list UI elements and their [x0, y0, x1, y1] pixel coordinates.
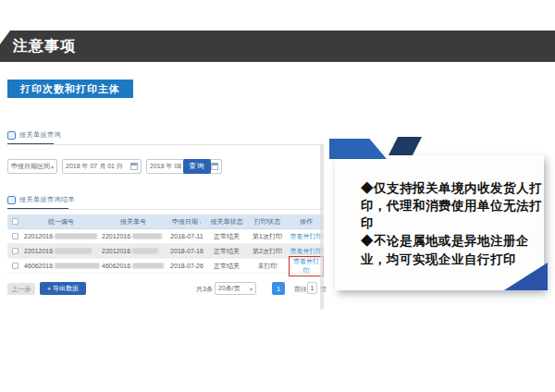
declaration-no: 46062016 [102, 263, 130, 269]
declaration-status: 正常结关 [207, 232, 246, 241]
declare-date: 2018-07-16 [166, 248, 207, 254]
unified-no: 46062016 [24, 263, 53, 269]
calendar-icon[interactable] [211, 163, 218, 170]
callout-bullet-2: ◆不论是属地或是异地注册企业，均可实现企业自行打印 [361, 232, 542, 267]
page-title: 注意事项 [13, 31, 76, 62]
print-status: 第2次打印 [246, 247, 289, 256]
redacted-text [55, 248, 92, 254]
select-all-checkbox[interactable] [12, 218, 18, 225]
title-bar-notch [0, 31, 10, 44]
print-status: 未打印 [246, 262, 289, 271]
declaration-no: 22012016 [102, 233, 130, 239]
view-print-link[interactable]: 查看并打印 [290, 233, 323, 239]
query-section-rule [7, 144, 324, 145]
page-size-select[interactable]: 20条/页 ▾ [215, 282, 256, 295]
export-data-label: 导出数据 [53, 284, 79, 293]
callout-bullet-1: ◆仅支持报关单境内收发货人打印，代理和消费使用单位无法打印 [361, 179, 542, 232]
redacted-text [55, 263, 100, 269]
decorative-divider [320, 143, 324, 310]
view-print-link[interactable]: 查看并打印 [293, 258, 319, 274]
page-size-value: 20条/页 [218, 284, 240, 293]
title-bar: 注意事项 [0, 31, 555, 62]
goto-label: 前往 [294, 285, 307, 294]
slide: 注意事项 打印次数和打印主体 报关单据查询 申报日期区间 ▾ 2018 年 07… [0, 0, 555, 392]
total-count: 共3条 [196, 285, 213, 294]
date-range-type-select[interactable]: 申报日期区间 ▾ [7, 159, 57, 174]
col-header-actions: 操作 [289, 217, 324, 227]
calendar-icon[interactable] [130, 163, 138, 170]
table-row: 22012016 22012016 2018-07-11 正常结关 第1次打印 … [7, 229, 324, 244]
declare-date: 2018-07-26 [166, 263, 207, 269]
redacted-text [132, 233, 162, 239]
date-range-type-value: 申报日期区间 [11, 162, 50, 171]
row-checkbox[interactable] [12, 233, 18, 239]
redacted-text [132, 263, 164, 269]
sort-desc-icon[interactable]: ↓ [199, 219, 202, 225]
declare-date: 2018-07-11 [166, 233, 207, 239]
decorative-parallelogram-blue [329, 139, 387, 159]
declaration-status: 正常结关 [207, 247, 246, 256]
col-header-declare-date[interactable]: 申报日期↓ [166, 217, 207, 227]
col-header-print-status[interactable]: 打印状态 [246, 217, 289, 227]
view-print-link[interactable]: 查看并打印 [290, 248, 323, 254]
redacted-text [55, 233, 97, 239]
highlight-box: 查看并打印 [289, 256, 324, 276]
table-row: 22012016 22012016 2018-07-16 正常结关 第2次打印 … [7, 244, 324, 259]
search-button[interactable]: 查询 [183, 159, 211, 174]
page-number-current[interactable]: 1 [272, 282, 285, 295]
date-from-value: 2018 年 07 月 01 日 [66, 162, 123, 171]
declaration-status: 正常结关 [207, 262, 246, 271]
chevron-down-icon: ▾ [250, 286, 253, 292]
query-section-header: 报关单据查询 [7, 130, 61, 140]
unified-no: 22012016 [24, 248, 53, 254]
chevron-down-icon: ▾ [51, 164, 54, 170]
results-table: 统一编号 报关单号 申报日期↓ 报关单状态 打印状态 操作 22012016 2… [7, 214, 324, 274]
result-section-rule [7, 209, 324, 210]
print-status: 第1次打印 [246, 232, 289, 241]
col-header-unified-no[interactable]: 统一编号 [22, 217, 100, 227]
previous-step-button[interactable]: 上一步 [7, 283, 35, 295]
export-data-button[interactable]: + 导出数据 [40, 282, 86, 295]
section-badge: 打印次数和打印主体 [7, 80, 133, 98]
redacted-text [132, 248, 158, 254]
result-section-label: 报关单据查询结果 [19, 195, 75, 204]
col-header-status[interactable]: 报关单状态 [207, 217, 246, 227]
goto-page-input[interactable]: 1 [307, 282, 317, 294]
table-header-row: 统一编号 报关单号 申报日期↓ 报关单状态 打印状态 操作 [7, 214, 324, 229]
date-from-input[interactable]: 2018 年 07 月 01 日 [62, 159, 142, 174]
plus-icon: + [47, 286, 51, 292]
declaration-no: 22012016 [102, 248, 130, 254]
document-search-icon [7, 131, 16, 140]
decorative-parallelogram-navy [388, 137, 422, 155]
col-header-declaration-no[interactable]: 报关单号 [100, 217, 166, 227]
table-row: 46062016 46062016 2018-07-26 正常结关 未打印 查看… [7, 259, 324, 274]
query-section-label: 报关单据查询 [19, 130, 61, 140]
callout-text: ◆仅支持报关单境内收发货人打印，代理和消费使用单位无法打印 ◆不论是属地或是异地… [361, 179, 542, 268]
unified-no: 22012016 [24, 233, 53, 239]
row-checkbox[interactable] [12, 248, 18, 254]
document-list-icon [7, 196, 16, 204]
row-checkbox[interactable] [12, 263, 18, 269]
result-section-header: 报关单据查询结果 [7, 195, 75, 204]
